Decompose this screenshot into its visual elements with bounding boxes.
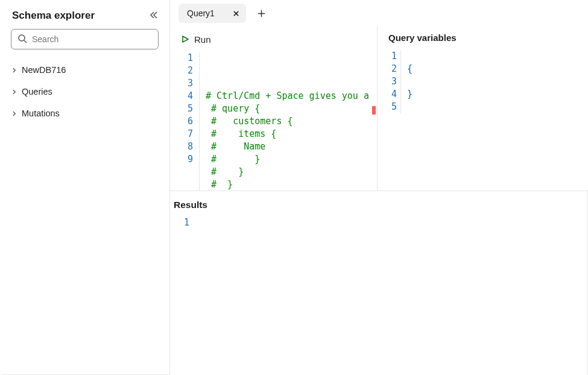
schema-explorer-sidebar: Schema explorer NewDB716 — [0, 0, 170, 375]
add-tab-button[interactable] — [252, 4, 271, 23]
variables-code[interactable]: { } — [407, 50, 588, 113]
results-title: Results — [170, 200, 587, 210]
run-button[interactable]: Run — [181, 34, 211, 45]
tree-item-label: Queries — [22, 87, 52, 96]
sidebar-title: Schema explorer — [12, 10, 95, 22]
tree-item-newdb716[interactable]: NewDB716 — [5, 59, 165, 81]
tab-bar: Query1 — [170, 0, 588, 27]
query-editor[interactable]: 123456789 # Ctrl/Cmd + Space gives you a… — [170, 52, 377, 191]
query-code[interactable]: # Ctrl/Cmd + Space gives you a # query {… — [206, 52, 377, 191]
collapse-sidebar-icon[interactable] — [149, 10, 159, 22]
chevron-right-icon — [10, 111, 18, 116]
search-box[interactable] — [11, 29, 159, 49]
main-area: Query1 Run 123456789 # Ctrl/Cmd + — [170, 0, 588, 375]
close-tab-icon[interactable] — [232, 8, 241, 18]
tree-item-label: NewDB716 — [22, 65, 66, 75]
query-editor-pane: Run 123456789 # Ctrl/Cmd + Space gives y… — [170, 27, 378, 191]
editor-cursor-icon — [372, 106, 376, 115]
variables-editor[interactable]: 12345 { } — [382, 50, 588, 113]
variables-gutter: 12345 — [382, 50, 400, 113]
variables-pane: Query variables 12345 { } — [378, 27, 588, 191]
results-gutter: 1 — [170, 216, 195, 229]
tree-item-label: Mutations — [22, 109, 60, 118]
chevron-right-icon — [10, 89, 18, 95]
tree-item-queries[interactable]: Queries — [5, 81, 165, 102]
chevron-right-icon — [10, 68, 18, 73]
schema-tree: NewDB716 Queries Mutations — [0, 55, 169, 124]
run-label: Run — [194, 34, 211, 45]
tab-label: Query1 — [187, 8, 215, 18]
svg-point-0 — [19, 35, 25, 41]
search-input[interactable] — [32, 34, 152, 44]
results-code[interactable] — [195, 216, 587, 229]
tree-item-mutations[interactable]: Mutations — [5, 102, 165, 124]
tab-query1[interactable]: Query1 — [179, 4, 246, 23]
search-icon — [17, 34, 27, 45]
results-editor[interactable]: 1 — [170, 216, 587, 229]
query-gutter: 123456789 — [170, 52, 199, 191]
results-pane: Results 1 — [170, 191, 588, 375]
variables-title: Query variables — [382, 27, 588, 50]
